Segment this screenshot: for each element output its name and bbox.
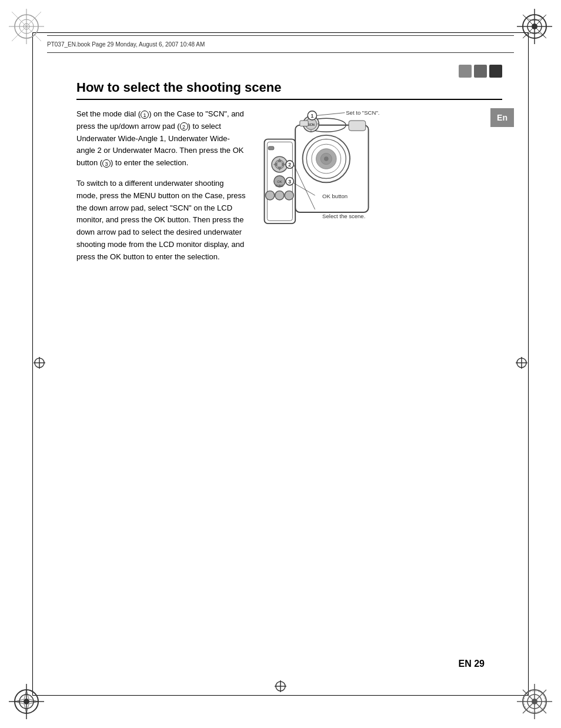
page-border-top bbox=[32, 32, 529, 33]
svg-text:SCN: SCN bbox=[308, 123, 315, 126]
svg-rect-64 bbox=[349, 121, 366, 131]
diagram-label-ok: OK button bbox=[322, 193, 348, 199]
en-badge: En bbox=[490, 108, 514, 127]
main-content: Set the mode dial (1) on the Case to "SC… bbox=[76, 108, 502, 263]
title-section: How to select the shooting scene bbox=[76, 65, 502, 100]
en-badge-text: En bbox=[497, 113, 507, 122]
section-title: How to select the shooting scene bbox=[76, 80, 502, 100]
diagram-label-scn: Set to "SCN". bbox=[346, 109, 379, 116]
svg-point-46 bbox=[265, 191, 274, 200]
circled-1: 1 bbox=[141, 111, 149, 119]
svg-line-68 bbox=[317, 113, 345, 116]
page-footer: EN 29 bbox=[459, 659, 485, 669]
svg-line-7 bbox=[26, 26, 41, 41]
page-border-bottom bbox=[32, 695, 529, 696]
header-strip: PT037_EN.book Page 29 Monday, August 6, … bbox=[47, 35, 514, 53]
body-paragraph-2: To switch to a different underwater shoo… bbox=[76, 178, 247, 263]
image-column: En bbox=[259, 108, 502, 263]
svg-point-48 bbox=[285, 191, 293, 200]
color-dot-1 bbox=[459, 65, 472, 78]
side-mark-left bbox=[34, 357, 45, 371]
side-mark-right bbox=[516, 357, 527, 371]
svg-line-74 bbox=[293, 165, 315, 210]
svg-text:FUNC: FUNC bbox=[276, 185, 284, 188]
corner-mark-tr bbox=[517, 9, 552, 44]
text-column: Set the mode dial (1) on the Case to "SC… bbox=[76, 108, 247, 263]
circled-2: 2 bbox=[180, 122, 188, 131]
diagram-label-select: Select the scene. bbox=[322, 213, 365, 219]
page-border-right bbox=[528, 32, 529, 696]
corner-mark-bl bbox=[9, 684, 44, 719]
svg-point-55 bbox=[324, 156, 329, 161]
color-bar-container bbox=[76, 65, 502, 78]
page-number: EN 29 bbox=[459, 659, 485, 669]
color-dot-2 bbox=[474, 65, 487, 78]
svg-text:OK: OK bbox=[277, 180, 282, 183]
header-text: PT037_EN.book Page 29 Monday, August 6, … bbox=[47, 41, 205, 48]
corner-mark-tl bbox=[9, 9, 44, 44]
content-area: How to select the shooting scene Set the… bbox=[76, 65, 502, 634]
svg-rect-36 bbox=[268, 146, 274, 150]
circled-3: 3 bbox=[102, 159, 111, 168]
svg-text:3: 3 bbox=[288, 179, 291, 185]
svg-rect-65 bbox=[300, 121, 308, 126]
svg-point-47 bbox=[275, 191, 284, 200]
svg-line-5 bbox=[26, 12, 41, 26]
corner-mark-br bbox=[517, 684, 552, 719]
page-border-left bbox=[32, 32, 33, 696]
camera-diagram: OK FUNC SCN bbox=[259, 108, 388, 238]
svg-line-6 bbox=[12, 26, 26, 41]
svg-line-71 bbox=[293, 183, 315, 195]
svg-line-8 bbox=[12, 12, 26, 26]
body-paragraph-1: Set the mode dial (1) on the Case to "SC… bbox=[76, 108, 247, 169]
svg-text:2: 2 bbox=[288, 162, 291, 168]
color-dot-3 bbox=[489, 65, 502, 78]
svg-text:1: 1 bbox=[310, 113, 313, 119]
bottom-center-mark bbox=[275, 680, 286, 694]
color-bar bbox=[459, 65, 502, 78]
